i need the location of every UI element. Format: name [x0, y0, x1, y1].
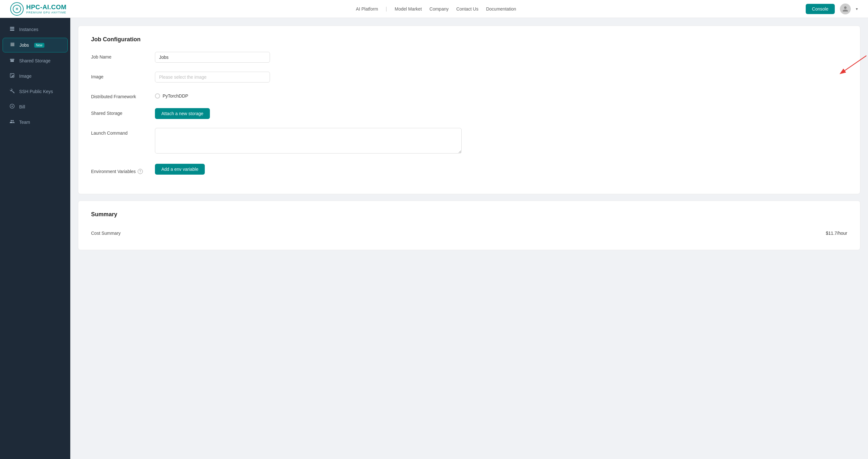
sidebar-item-jobs[interactable]: Jobs New [3, 38, 68, 53]
image-row: Image [91, 71, 847, 83]
logo: H HPC-AI.COM PREMIUM GPU ANYTIME [10, 2, 66, 16]
main-content: Job Configuration Job Name Image [70, 18, 868, 459]
top-navigation: H HPC-AI.COM PREMIUM GPU ANYTIME AI Plat… [0, 0, 868, 18]
nav-contact-us[interactable]: Contact Us [456, 6, 478, 11]
launch-command-control [155, 128, 847, 155]
team-icon [9, 119, 16, 125]
distributed-control: PyTorchDDP [155, 91, 847, 98]
instances-icon [9, 26, 16, 33]
cost-summary-label: Cost Summary [91, 231, 121, 236]
sidebar-item-instances-label: Instances [19, 27, 38, 32]
jobs-icon [9, 42, 16, 48]
add-env-variable-button[interactable]: Add a env variable [155, 164, 205, 175]
sidebar-item-instances[interactable]: Instances [3, 22, 68, 36]
sidebar-item-bill[interactable]: Bill [3, 100, 68, 114]
job-config-title: Job Configuration [91, 36, 847, 43]
logo-icon: H [10, 2, 24, 16]
console-button[interactable]: Console [806, 4, 835, 14]
sidebar-item-shared-storage-label: Shared Storage [19, 58, 51, 63]
job-name-input[interactable] [155, 52, 270, 63]
sidebar-item-team[interactable]: Team [3, 115, 68, 129]
summary-card: Summary Cost Summary $11.7/hour [78, 201, 860, 250]
shared-storage-label: Shared Storage [91, 108, 155, 116]
image-label: Image [91, 71, 155, 79]
job-config-card: Job Configuration Job Name Image [78, 26, 860, 194]
env-help-icon[interactable]: ? [138, 169, 143, 174]
distributed-framework-row: Distributed Framework PyTorchDDP [91, 91, 847, 99]
job-name-row: Job Name [91, 52, 847, 63]
svg-rect-3 [10, 28, 14, 29]
cost-summary-value: $11.7/hour [826, 231, 847, 236]
env-variables-control: Add a env variable [155, 164, 847, 175]
pytorch-ddp-label: PyTorchDDP [163, 93, 188, 98]
env-variables-label-container: Environment Variables ? [91, 164, 155, 174]
sidebar-item-jobs-label: Jobs [20, 42, 29, 48]
nav-links: AI Platform | Model Market Company Conta… [356, 6, 516, 12]
sidebar-item-image[interactable]: Image [3, 69, 68, 83]
nav-company[interactable]: Company [429, 6, 448, 11]
nav-documentation[interactable]: Documentation [486, 6, 516, 11]
shared-storage-control: Attach a new storage [155, 108, 847, 119]
launch-command-textarea[interactable] [155, 128, 462, 153]
jobs-badge: New [34, 43, 44, 48]
ssh-key-icon [9, 88, 16, 95]
svg-rect-4 [10, 30, 14, 31]
logo-tagline: PREMIUM GPU ANYTIME [26, 11, 66, 14]
job-name-label: Job Name [91, 52, 155, 59]
sidebar-item-ssh-label: SSH Public Keys [19, 89, 53, 94]
shared-storage-icon [9, 58, 16, 64]
env-variables-label: Environment Variables [91, 169, 136, 174]
pytorch-ddp-radio[interactable] [155, 93, 160, 98]
distributed-radio-group: PyTorchDDP [155, 91, 847, 98]
svg-text:H: H [16, 7, 18, 11]
svg-point-6 [11, 75, 12, 75]
sidebar-item-bill-label: Bill [19, 104, 25, 109]
attach-storage-button[interactable]: Attach a new storage [155, 108, 210, 119]
svg-rect-2 [10, 27, 14, 28]
shared-storage-row: Shared Storage Attach a new storage [91, 108, 847, 119]
job-name-control [155, 52, 847, 63]
bill-icon [9, 104, 16, 110]
image-icon [9, 73, 16, 79]
summary-title: Summary [91, 211, 847, 218]
env-variables-row: Environment Variables ? Add a env variab… [91, 164, 847, 175]
avatar[interactable] [840, 3, 851, 15]
nav-ai-platform[interactable]: AI Platform [356, 6, 378, 11]
image-input[interactable] [155, 71, 270, 83]
distributed-label: Distributed Framework [91, 91, 155, 99]
sidebar: Instances Jobs New Shared Storage Image … [0, 18, 70, 459]
launch-command-row: Launch Command [91, 128, 847, 155]
nav-right: Console ▾ [806, 3, 858, 15]
sidebar-item-image-label: Image [19, 74, 32, 79]
sidebar-item-ssh-keys[interactable]: SSH Public Keys [3, 84, 68, 98]
sidebar-item-shared-storage[interactable]: Shared Storage [3, 54, 68, 68]
cost-summary-row: Cost Summary $11.7/hour [91, 227, 847, 239]
sidebar-item-team-label: Team [19, 120, 30, 125]
launch-command-label: Launch Command [91, 128, 155, 136]
image-control [155, 71, 847, 83]
user-menu-chevron[interactable]: ▾ [856, 7, 858, 11]
nav-model-market[interactable]: Model Market [395, 6, 422, 11]
logo-text: HPC-AI.COM [26, 3, 66, 11]
